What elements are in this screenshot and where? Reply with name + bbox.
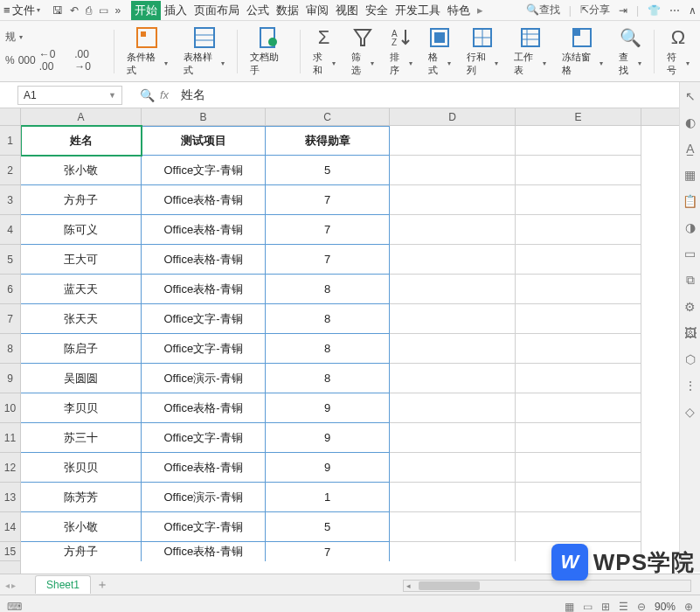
tab-data[interactable]: 数据 [273, 1, 302, 20]
cell[interactable] [516, 245, 641, 275]
tab-review[interactable]: 审阅 [302, 1, 332, 20]
view-normal-icon[interactable]: ▦ [565, 601, 574, 613]
cell[interactable]: Office表格-青铜 [142, 215, 266, 245]
cell[interactable]: 5 [266, 156, 390, 185]
cell[interactable]: Office演示-青铜 [142, 483, 266, 512]
sheet-tab[interactable]: Sheet1 [35, 575, 91, 594]
reading-mode-icon[interactable]: ☰ [619, 601, 628, 613]
name-box[interactable]: A1 ▼ [17, 86, 122, 105]
row-header[interactable]: 6 [0, 275, 20, 304]
cell[interactable]: 8 [266, 304, 390, 334]
cell[interactable] [390, 185, 516, 215]
worksheet-button[interactable]: 工作表▾ [509, 23, 551, 80]
cell[interactable]: 张小敬 [21, 156, 142, 185]
cell[interactable] [390, 245, 516, 275]
row-header[interactable]: 3 [0, 185, 20, 215]
column-header[interactable]: D [390, 108, 516, 125]
font-icon[interactable]: A̲ [686, 142, 695, 156]
find-button-ribbon[interactable]: 🔍 查找▾ [613, 23, 647, 80]
column-header[interactable]: E [516, 108, 641, 125]
symbol-button[interactable]: Ω 符号▾ [662, 23, 695, 80]
decrease-decimal-button[interactable]: .00 →0 [74, 48, 107, 73]
tab-start[interactable]: 开始 [131, 1, 161, 20]
increase-decimal-button[interactable]: ←0 .00 [39, 48, 72, 73]
more-menu-icon[interactable]: ⋯ [669, 4, 680, 17]
cell[interactable]: Office表格-青铜 [142, 542, 266, 561]
select-icon[interactable]: ◐ [685, 115, 696, 129]
cell[interactable] [390, 304, 516, 334]
horizontal-scrollbar[interactable]: ◂ [403, 580, 691, 592]
skin-icon[interactable]: 👕 [648, 4, 661, 17]
row-header[interactable]: 4 [0, 215, 20, 245]
chevron-down-icon[interactable]: ▾ [19, 33, 23, 41]
cell[interactable] [516, 215, 641, 245]
layers-icon[interactable]: ▭ [684, 247, 696, 261]
cell[interactable] [516, 275, 641, 304]
formula-input[interactable] [177, 86, 700, 105]
tab-formula[interactable]: 公式 [243, 1, 273, 20]
more-icon[interactable]: » [115, 4, 121, 17]
cell[interactable]: 测试项目 [142, 126, 266, 156]
undo-icon[interactable]: ↶ [70, 4, 79, 17]
cell[interactable]: Office文字-青铜 [142, 334, 266, 364]
cell[interactable]: Office演示-青铜 [142, 364, 266, 393]
cell[interactable]: Office表格-青铜 [142, 185, 266, 215]
table-icon[interactable]: ▦ [684, 168, 696, 182]
gear-icon[interactable]: ⚙ [684, 300, 696, 314]
tab-security[interactable]: 安全 [362, 1, 392, 20]
cell[interactable]: 8 [266, 364, 390, 393]
cell[interactable] [390, 156, 516, 185]
zoom-out-button[interactable]: ⊖ [637, 601, 646, 613]
row-header[interactable]: 9 [0, 364, 20, 393]
tab-devtools[interactable]: 开发工具 [392, 1, 444, 20]
cell[interactable]: 9 [266, 423, 390, 453]
row-header[interactable]: 13 [0, 483, 20, 512]
preview-icon[interactable]: ▭ [99, 4, 108, 17]
column-header[interactable]: A [21, 108, 142, 125]
find-button[interactable]: 🔍查找 [526, 3, 560, 17]
format-button[interactable]: 格式▾ [423, 23, 456, 80]
scrollbar-thumb[interactable] [419, 581, 480, 590]
cell[interactable]: 9 [266, 453, 390, 483]
export-icon[interactable]: ⇥ [619, 4, 627, 17]
cell[interactable]: Office文字-青铜 [142, 304, 266, 334]
add-sheet-button[interactable]: ＋ [96, 577, 108, 593]
cell[interactable]: 张贝贝 [21, 453, 142, 483]
cell[interactable] [516, 393, 641, 423]
cell[interactable]: 张小敬 [21, 512, 142, 542]
diamond-icon[interactable]: ◇ [685, 405, 695, 419]
cell[interactable]: 吴圆圆 [21, 364, 142, 393]
filter-button[interactable]: 筛选▾ [346, 23, 379, 80]
cell[interactable]: 姓名 [21, 126, 142, 156]
cell[interactable]: 获得勋章 [266, 126, 390, 156]
clipboard-icon[interactable]: 📋 [683, 194, 697, 208]
cell[interactable]: 蓝天天 [21, 275, 142, 304]
cell[interactable] [390, 275, 516, 304]
layers2-icon[interactable]: ⧉ [686, 273, 695, 288]
sort-button[interactable]: AZ 排序▾ [385, 23, 418, 80]
tab-special[interactable]: 特色 [444, 1, 474, 20]
tab-view[interactable]: 视图 [332, 1, 362, 20]
cell[interactable] [390, 512, 516, 542]
freeze-button[interactable]: 冻结窗格▾ [557, 23, 608, 80]
cell[interactable]: 方舟子 [21, 542, 142, 561]
cell[interactable] [390, 364, 516, 393]
cursor-icon[interactable]: ↖ [685, 89, 696, 103]
cell[interactable]: Office表格-青铜 [142, 275, 266, 304]
cell[interactable] [390, 542, 516, 561]
cell[interactable]: 7 [266, 245, 390, 275]
cell[interactable] [516, 185, 641, 215]
thousands-button[interactable]: 000 [18, 54, 36, 66]
column-header[interactable]: C [266, 108, 390, 125]
cell[interactable]: Office文字-青铜 [142, 156, 266, 185]
percent-button[interactable]: % [5, 54, 15, 66]
cell[interactable]: 8 [266, 275, 390, 304]
cell[interactable] [390, 334, 516, 364]
cell[interactable] [390, 453, 516, 483]
number-format-label[interactable]: 规 [5, 30, 16, 45]
cell[interactable]: 9 [266, 393, 390, 423]
cell[interactable]: 张天天 [21, 304, 142, 334]
cell[interactable] [390, 215, 516, 245]
column-header[interactable]: B [142, 108, 266, 125]
cell[interactable] [516, 512, 641, 542]
